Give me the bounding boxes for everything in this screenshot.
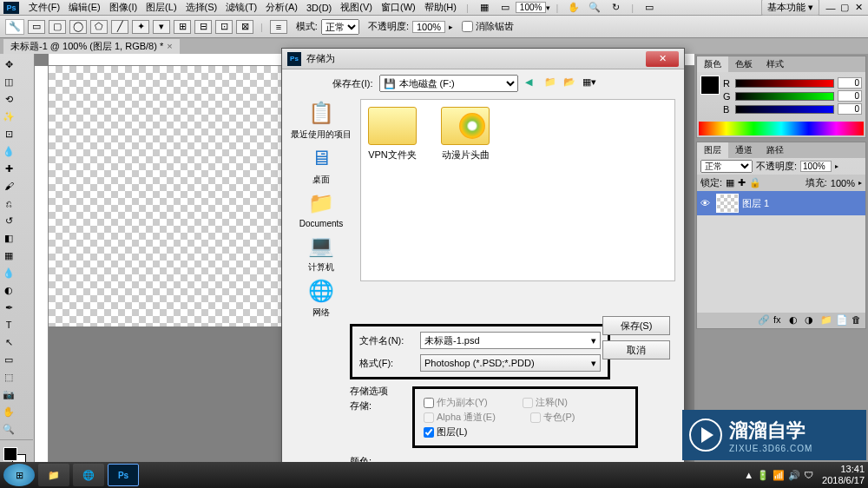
menu-select[interactable]: 选择(S) <box>181 1 222 14</box>
gradient-tool[interactable]: ▦ <box>1 247 16 263</box>
menu-edit[interactable]: 编辑(E) <box>64 1 105 14</box>
new-folder-icon[interactable]: 📂 <box>563 76 577 90</box>
wand-tool[interactable]: ✨ <box>1 109 16 124</box>
stamp-tool[interactable]: ⎌ <box>1 195 16 211</box>
place-desktop[interactable]: 🖥桌面 <box>307 144 335 186</box>
type-tool[interactable]: T <box>1 317 16 333</box>
lasso-tool[interactable]: ⟲ <box>1 91 16 107</box>
blur-tool[interactable]: 💧 <box>1 265 16 280</box>
fg-color[interactable] <box>3 447 17 461</box>
fx-icon[interactable]: fx <box>773 314 786 326</box>
dialog-titlebar[interactable]: Ps 存储为 ✕ <box>282 49 684 69</box>
place-network[interactable]: 🌐网络 <box>307 277 335 319</box>
crop-tool[interactable]: ⊡ <box>1 126 16 142</box>
3d-cam-tool[interactable]: 📷 <box>1 386 16 402</box>
layers-checkbox[interactable] <box>424 427 434 438</box>
menu-layer[interactable]: 图层(L) <box>141 1 181 14</box>
filename-input[interactable]: 未标题-1.psd▾ <box>420 332 601 349</box>
document-tab-close[interactable]: × <box>167 41 172 51</box>
paths-tab[interactable]: 路径 <box>760 142 791 158</box>
place-computer[interactable]: 💻计算机 <box>307 232 335 274</box>
document-canvas[interactable] <box>49 66 283 326</box>
shape-polygon[interactable]: ⬠ <box>90 20 108 34</box>
mask-icon[interactable]: ◐ <box>789 314 801 326</box>
shape-rect[interactable]: ▭ <box>28 20 45 34</box>
antialias-checkbox[interactable] <box>462 21 473 32</box>
group-icon[interactable]: 📁 <box>820 314 832 326</box>
arrange-icon[interactable]: ▭ <box>496 1 514 15</box>
clock[interactable]: 13:41 2018/6/17 <box>822 464 865 486</box>
shape-subtract[interactable]: ⊟ <box>194 20 212 34</box>
pen-tool[interactable]: ✒ <box>1 300 16 315</box>
minimize-icon[interactable]: — <box>825 2 837 14</box>
path-tool[interactable]: ↖ <box>1 334 16 350</box>
save-in-select[interactable]: 💾 本地磁盘 (F:) <box>379 75 518 92</box>
color-spectrum[interactable] <box>699 122 864 135</box>
new-layer-icon[interactable]: 📄 <box>836 314 848 326</box>
align-1[interactable]: ≡ <box>270 20 287 34</box>
channels-tab[interactable]: 通道 <box>728 142 760 158</box>
layer-item[interactable]: 👁 图层 1 <box>697 191 865 215</box>
shape-intersect[interactable]: ⊡ <box>215 20 233 34</box>
menu-view[interactable]: 视图(V) <box>336 1 377 14</box>
menu-window[interactable]: 窗口(W) <box>377 1 420 14</box>
menu-3d[interactable]: 3D(D) <box>302 3 336 13</box>
workspace-picker[interactable]: 基本功能 ▾ <box>761 0 819 16</box>
menu-filter[interactable]: 滤镜(T) <box>221 1 261 14</box>
mode-select[interactable]: 正常 <box>321 19 359 35</box>
place-documents[interactable]: 📁Documents <box>299 189 344 228</box>
styles-tab[interactable]: 样式 <box>760 56 791 72</box>
file-browser[interactable]: VPN文件夹 动漫片头曲 <box>360 99 675 281</box>
hand-tool[interactable]: ✋ <box>1 404 16 419</box>
dialog-close-button[interactable]: ✕ <box>646 51 679 67</box>
zoom-percent[interactable]: 100% <box>516 2 547 13</box>
taskbar-explorer[interactable]: 📁 <box>38 464 69 486</box>
g-slider[interactable] <box>735 92 834 101</box>
copy-checkbox[interactable] <box>424 398 434 408</box>
shape-exclude[interactable]: ⊠ <box>236 20 253 34</box>
menu-file[interactable]: 文件(F) <box>24 1 64 14</box>
shape-opts[interactable]: ▾ <box>153 20 170 34</box>
folder-item[interactable]: 动漫片头曲 <box>441 107 490 162</box>
rotate-icon[interactable]: ↻ <box>607 1 624 15</box>
up-icon[interactable]: 📁 <box>544 76 558 90</box>
shape-combine[interactable]: ⊞ <box>174 20 191 34</box>
zoom-icon[interactable]: 🔍 <box>586 1 603 15</box>
move-tool[interactable]: ✥ <box>1 56 16 72</box>
back-icon[interactable]: ◀ <box>525 76 539 90</box>
menu-image[interactable]: 图像(I) <box>105 1 141 14</box>
views-icon[interactable]: ▦▾ <box>582 76 596 90</box>
b-slider[interactable] <box>735 105 834 114</box>
shape-custom[interactable]: ✦ <box>132 20 149 34</box>
layer-name[interactable]: 图层 1 <box>742 197 769 210</box>
r-value[interactable]: 0 <box>838 77 862 89</box>
cancel-button[interactable]: 取消 <box>602 340 670 359</box>
current-tool-icon[interactable]: 🔧 <box>5 19 24 35</box>
color-swatch[interactable] <box>700 76 720 95</box>
lock-position-icon[interactable]: ✚ <box>738 177 746 188</box>
fill-value[interactable]: 100% <box>831 178 855 188</box>
layer-opacity-value[interactable]: 100% <box>800 161 832 172</box>
shape-ellipse[interactable]: ◯ <box>69 20 87 34</box>
format-select[interactable]: Photoshop (*.PSD;*.PDD)▾ <box>420 354 601 372</box>
visibility-icon[interactable]: 👁 <box>700 198 713 208</box>
3d-tool[interactable]: ⬚ <box>1 369 16 385</box>
lock-pixels-icon[interactable]: ▦ <box>726 177 734 188</box>
color-tab[interactable]: 颜色 <box>697 56 728 72</box>
marquee-tool[interactable]: ◫ <box>1 74 16 89</box>
screen-mode-icon[interactable]: ▭ <box>641 1 658 15</box>
r-slider[interactable] <box>735 79 834 88</box>
folder-item[interactable]: VPN文件夹 <box>368 107 417 162</box>
adjustment-icon[interactable]: ◑ <box>805 314 817 326</box>
g-value[interactable]: 0 <box>838 90 862 102</box>
swatches-tab[interactable]: 色板 <box>728 56 760 72</box>
lock-all-icon[interactable]: 🔒 <box>749 177 761 188</box>
tray-icon[interactable]: 🔋 <box>757 470 769 481</box>
delete-icon[interactable]: 🗑 <box>852 314 864 326</box>
taskbar-browser[interactable]: 🌐 <box>73 464 104 486</box>
opacity-value[interactable]: 100% <box>412 21 445 33</box>
menu-help[interactable]: 帮助(H) <box>420 1 461 14</box>
place-recent[interactable]: 📋最近使用的项目 <box>291 99 352 141</box>
maximize-icon[interactable]: ▢ <box>838 2 851 14</box>
tray-icon[interactable]: ▲ <box>744 470 753 480</box>
